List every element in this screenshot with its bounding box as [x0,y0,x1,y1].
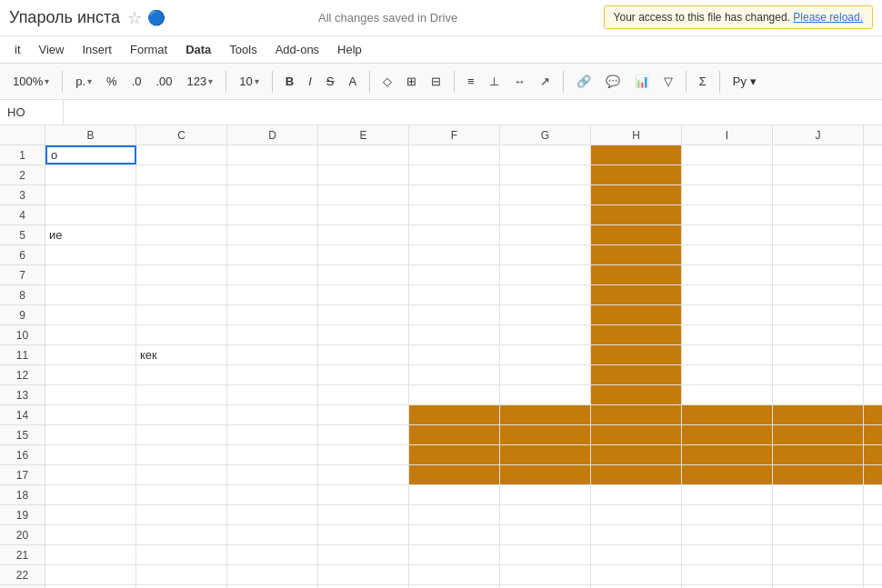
sum-button[interactable]: Σ [694,71,712,92]
grid-cell[interactable] [227,365,318,384]
grid-cell[interactable] [136,465,227,484]
grid-cell[interactable] [227,225,318,244]
grid-cell[interactable] [500,345,591,364]
grid-cell[interactable] [318,445,409,464]
text-wrap-button[interactable]: ↔ [508,71,531,92]
grid-cell[interactable] [864,265,882,284]
grid-cell[interactable] [318,165,409,184]
row-header[interactable]: 10 [0,325,45,344]
col-header-f[interactable]: F [409,125,500,145]
row-header[interactable]: 20 [0,525,45,544]
grid-cell[interactable] [500,185,591,204]
grid-cell[interactable] [682,185,773,204]
row-header[interactable]: 22 [0,565,45,584]
grid-cell[interactable] [318,145,409,164]
grid-cell[interactable] [136,145,227,164]
strikethrough-button[interactable]: S [321,71,340,92]
grid-cell[interactable] [318,485,409,504]
grid-cell[interactable] [45,385,136,404]
grid-cell[interactable] [45,505,136,524]
grid-cell[interactable] [45,405,136,424]
grid-cell[interactable] [409,485,500,504]
row-header[interactable]: 13 [0,385,45,404]
menu-addons[interactable]: Add-ons [268,39,326,60]
grid-cell[interactable] [500,465,591,484]
grid-cell[interactable] [227,285,318,304]
grid-cell[interactable] [409,265,500,284]
star-icon[interactable]: ☆ [127,8,142,28]
col-header-e[interactable]: E [318,125,409,145]
grid-cell[interactable] [682,425,773,444]
menu-edit[interactable]: it [7,39,28,60]
grid-cell[interactable] [136,565,227,584]
col-header-b[interactable]: B [45,125,136,145]
grid-cell[interactable] [45,465,136,484]
grid-cell[interactable] [500,245,591,264]
grid-cell[interactable] [500,205,591,224]
grid-cell[interactable] [45,205,136,224]
menu-format[interactable]: Format [123,39,175,60]
grid-cell[interactable] [500,545,591,564]
chart-button[interactable]: 📊 [629,71,655,92]
grid-cell[interactable] [682,265,773,284]
decimal-format2[interactable]: .00 [151,72,178,91]
grid-cell[interactable] [500,285,591,304]
grid-cell[interactable] [136,385,227,404]
grid-cell[interactable] [864,145,882,164]
borders-button[interactable]: ⊞ [401,71,422,92]
grid-cell[interactable] [136,265,227,284]
grid-cell[interactable] [682,245,773,264]
grid-cell[interactable] [409,145,500,164]
grid-cell[interactable] [773,325,864,344]
grid-cell[interactable] [682,325,773,344]
grid-cell[interactable] [227,405,318,424]
grid-cell[interactable] [136,305,227,324]
grid-cell[interactable] [773,365,864,384]
grid-cell[interactable] [500,225,591,244]
grid-cell[interactable] [500,425,591,444]
grid-cell[interactable] [409,385,500,404]
grid-cell[interactable] [864,305,882,324]
grid-cell[interactable] [682,405,773,424]
row-header[interactable]: 17 [0,465,45,484]
menu-view[interactable]: View [32,39,72,60]
grid-cell[interactable] [773,525,864,544]
grid-cell[interactable] [682,305,773,324]
grid-cell[interactable] [591,465,682,484]
grid-cell[interactable] [864,245,882,264]
grid-cell[interactable] [45,525,136,544]
grid-cell[interactable] [136,165,227,184]
grid-cell[interactable] [682,165,773,184]
grid-cell[interactable] [591,505,682,524]
grid-cell[interactable] [682,145,773,164]
grid-cell[interactable] [864,185,882,204]
row-header[interactable]: 16 [0,445,45,464]
row-header[interactable]: 2 [0,165,45,184]
row-header[interactable]: 15 [0,425,45,444]
grid-cell[interactable] [409,345,500,364]
grid-cell[interactable] [500,325,591,344]
grid-cell[interactable] [591,325,682,344]
grid-cell[interactable] [773,425,864,444]
row-header[interactable]: 19 [0,505,45,524]
grid-cell[interactable] [409,405,500,424]
grid-cell[interactable] [591,525,682,544]
grid-cell[interactable] [227,325,318,344]
number-type[interactable]: 123 ▾ [182,72,219,91]
grid-cell[interactable] [773,245,864,264]
grid-cell[interactable] [864,485,882,504]
grid-cell[interactable] [318,325,409,344]
row-header[interactable]: 4 [0,205,45,224]
grid-cell[interactable] [864,365,882,384]
grid-cell[interactable] [45,265,136,284]
grid-cell[interactable] [136,425,227,444]
grid-cell[interactable] [500,305,591,324]
grid-cell[interactable] [318,425,409,444]
grid-cell[interactable] [773,305,864,324]
grid-cell[interactable] [409,205,500,224]
grid-cell[interactable] [682,365,773,384]
grid-cell[interactable] [318,185,409,204]
menu-data[interactable]: Data [178,39,218,60]
grid-cell[interactable] [682,225,773,244]
grid-cell[interactable] [864,505,882,524]
